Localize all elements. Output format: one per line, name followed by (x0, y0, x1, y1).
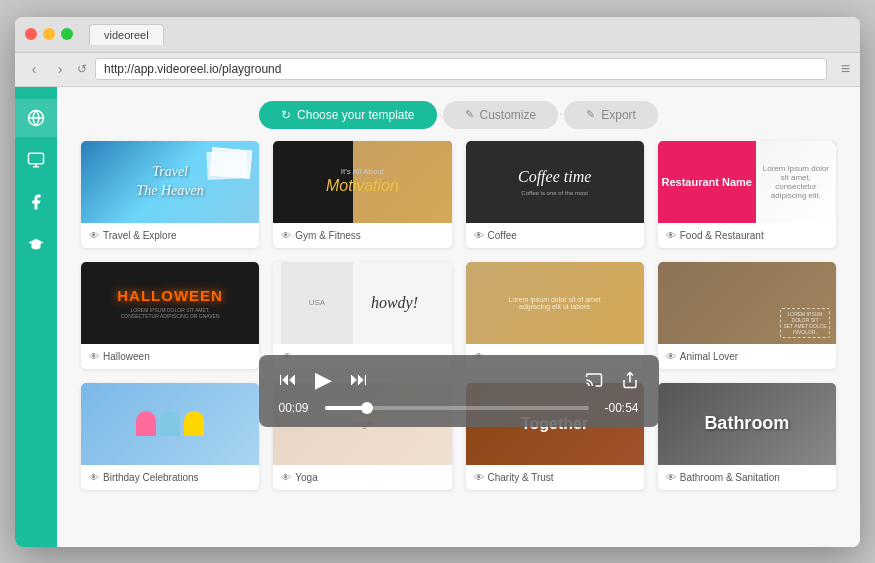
step-export[interactable]: ✎ Export (564, 101, 658, 129)
traffic-lights (25, 28, 73, 40)
content-area: ↻ Choose your template ✎ Customize ✎ Exp… (57, 87, 860, 547)
eye-icon-animal: 👁 (666, 351, 676, 362)
step3-icon: ✎ (586, 108, 595, 121)
eye-icon-gym: 👁 (281, 230, 291, 241)
sidebar-item-education[interactable] (15, 225, 57, 263)
eye-icon-restaurant: 👁 (666, 230, 676, 241)
sidebar (15, 87, 57, 547)
template-card-coffee[interactable]: Coffee time Coffee is one of the most 👁 … (466, 141, 644, 248)
player-bottom: 00:09 -00:54 (279, 401, 639, 415)
address-bar: ‹ › ↺ http://app.videoreel.io/playground… (15, 53, 860, 87)
progress-thumb[interactable] (361, 402, 373, 414)
tab-bar: videoreel (89, 24, 850, 45)
template-card-travel[interactable]: TravelThe Heaven 👁 Travel & Explore (81, 141, 259, 248)
url-input[interactable]: http://app.videoreel.io/playground (95, 58, 827, 80)
forward-button[interactable]: › (51, 60, 69, 78)
template-card-field[interactable]: Lorem ipsum dolor sit of ametadipiscing … (466, 262, 644, 369)
rewind-button[interactable]: ⏮ (279, 369, 297, 390)
template-card-bathroom[interactable]: Bathroom 👁 Bathroom & Sanitation (658, 383, 836, 490)
template-card-gym[interactable]: It's All About Motivation 👁 Gym & Fitnes… (273, 141, 451, 248)
svg-rect-2 (29, 153, 44, 164)
current-time: 00:09 (279, 401, 315, 415)
template-card-animal[interactable]: LOREM IPSUMDOLOR SITSET AMET DOLCEINVOLO… (658, 262, 836, 369)
steps-header: ↻ Choose your template ✎ Customize ✎ Exp… (57, 87, 860, 141)
eye-icon-birthday: 👁 (89, 472, 99, 483)
title-bar: videoreel (15, 17, 860, 53)
maximize-button[interactable] (61, 28, 73, 40)
sidebar-item-monitor[interactable] (15, 141, 57, 179)
fast-forward-button[interactable]: ⏭ (350, 369, 368, 390)
browser-menu-button[interactable]: ≡ (841, 60, 850, 78)
template-card-restaurant[interactable]: Lorem ipsum dolor sit amet, consectetur … (658, 141, 836, 248)
step-choose-template[interactable]: ↻ Choose your template (259, 101, 436, 129)
eye-icon-coffee: 👁 (474, 230, 484, 241)
browser-tab[interactable]: videoreel (89, 24, 164, 45)
minimize-button[interactable] (43, 28, 55, 40)
back-button[interactable]: ‹ (25, 60, 43, 78)
player-controls: ⏮ ▶ ⏭ (279, 367, 639, 393)
main-area: ↻ Choose your template ✎ Customize ✎ Exp… (15, 87, 860, 547)
template-card-birthday[interactable]: 👁 Birthday Celebrations (81, 383, 259, 490)
template-card-howdy[interactable]: USA howdy! 👁 (273, 262, 451, 369)
progress-bar[interactable] (325, 406, 589, 410)
template-grid: TravelThe Heaven 👁 Travel & Explore It's… (57, 141, 860, 510)
sidebar-item-facebook[interactable] (15, 183, 57, 221)
browser-window: videoreel ‹ › ↺ http://app.videoreel.io/… (15, 17, 860, 547)
step-customize[interactable]: ✎ Customize (443, 101, 559, 129)
eye-icon-yoga: 👁 (281, 472, 291, 483)
step2-icon: ✎ (465, 108, 474, 121)
video-player: ⏮ ▶ ⏭ (259, 355, 659, 427)
eye-icon-travel: 👁 (89, 230, 99, 241)
close-button[interactable] (25, 28, 37, 40)
refresh-button[interactable]: ↺ (77, 62, 87, 76)
share-button[interactable] (621, 371, 639, 389)
eye-icon-charity: 👁 (474, 472, 484, 483)
eye-icon-bathroom: 👁 (666, 472, 676, 483)
eye-icon-halloween: 👁 (89, 351, 99, 362)
step1-icon: ↻ (281, 108, 291, 122)
template-card-halloween[interactable]: HALLOWEEN LOREM IPSUM DOLOR SIT AMET,CON… (81, 262, 259, 369)
sidebar-item-globe[interactable] (15, 99, 57, 137)
cast-button[interactable] (585, 371, 603, 389)
remaining-time: -00:54 (599, 401, 639, 415)
play-button[interactable]: ▶ (315, 367, 332, 393)
